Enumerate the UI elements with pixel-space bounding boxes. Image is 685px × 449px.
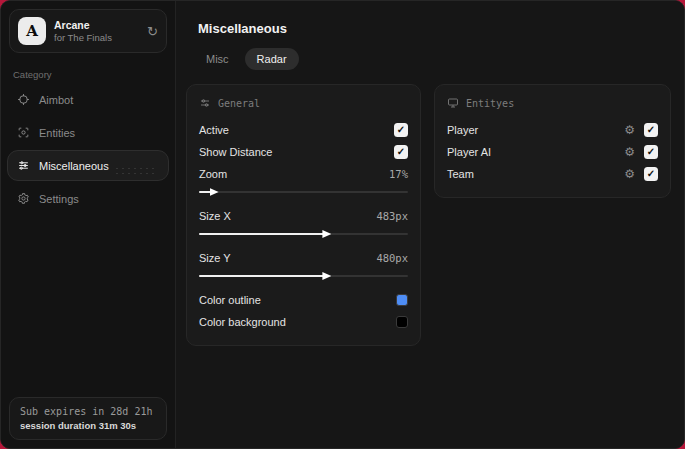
sub-expiry-text: Sub expires in 28d 21h xyxy=(20,406,156,417)
color-label: Color outline xyxy=(199,294,261,306)
slider-value: 483px xyxy=(376,210,408,222)
sidebar: A Arcane for The Finals ↻ Category Aimbo… xyxy=(1,1,176,448)
outline-color-swatch[interactable] xyxy=(396,294,408,306)
tab-radar[interactable]: Radar xyxy=(245,48,299,70)
background-color-swatch[interactable] xyxy=(396,316,408,328)
color-label: Color background xyxy=(199,316,286,328)
refresh-icon[interactable]: ↻ xyxy=(147,25,158,38)
brand-logo: A xyxy=(18,17,46,45)
session-duration-text: session duration 31m 30s xyxy=(20,420,156,431)
sidebar-item-label: Aimbot xyxy=(39,94,73,106)
gear-icon[interactable]: ⚙ xyxy=(624,146,635,158)
monitor-icon xyxy=(447,97,459,109)
sidebar-item-label: Miscellaneous xyxy=(39,160,109,172)
sidebar-item-settings[interactable]: Settings xyxy=(7,183,169,214)
entity-row-team: Team ⚙ xyxy=(447,163,658,185)
subscription-status: Sub expires in 28d 21h session duration … xyxy=(9,397,167,440)
toggle-row-active: Active xyxy=(199,119,408,141)
sliders-small-icon xyxy=(199,97,211,109)
entity-row-player: Player ⚙ xyxy=(447,119,658,141)
brand-subtitle: for The Finals xyxy=(54,32,139,44)
sliders-icon xyxy=(17,159,30,172)
panel-title: General xyxy=(218,98,260,109)
size-x-slider[interactable] xyxy=(199,229,408,239)
color-row-outline: Color outline xyxy=(199,289,408,311)
entity-label: Player AI xyxy=(447,146,624,158)
sidebar-item-miscellaneous[interactable]: Miscellaneous xyxy=(7,150,169,181)
sidebar-item-aimbot[interactable]: Aimbot xyxy=(7,84,169,115)
app-window: A Arcane for The Finals ↻ Category Aimbo… xyxy=(0,0,685,449)
toggle-label: Active xyxy=(199,124,229,136)
slider-thumb[interactable] xyxy=(210,188,219,196)
slider-thumb[interactable] xyxy=(322,272,331,280)
general-panel: General Active Show Distance Zoom 17% xyxy=(186,84,421,346)
main-content: Miscellaneous Misc Radar General Active … xyxy=(176,1,685,448)
sidebar-item-entities[interactable]: Entities xyxy=(7,117,169,148)
active-checkbox[interactable] xyxy=(394,123,408,137)
entities-icon xyxy=(17,126,30,139)
team-checkbox[interactable] xyxy=(644,167,658,181)
gear-icon xyxy=(17,192,30,205)
entity-row-player-ai: Player AI ⚙ xyxy=(447,141,658,163)
slider-thumb[interactable] xyxy=(322,230,331,238)
toggle-row-show-distance: Show Distance xyxy=(199,141,408,163)
color-row-background: Color background xyxy=(199,311,408,333)
entity-label: Player xyxy=(447,124,624,136)
sidebar-item-label: Entities xyxy=(39,127,75,139)
slider-row-size-y: Size Y 480px xyxy=(199,247,408,269)
tab-misc[interactable]: Misc xyxy=(194,48,241,70)
brand-title: Arcane xyxy=(54,19,139,32)
page-title: Miscellaneous xyxy=(198,21,671,36)
toggle-label: Show Distance xyxy=(199,146,272,158)
show-distance-checkbox[interactable] xyxy=(394,145,408,159)
sidebar-item-label: Settings xyxy=(39,193,79,205)
zoom-slider[interactable] xyxy=(199,187,408,197)
category-label: Category xyxy=(13,69,175,80)
player-ai-checkbox[interactable] xyxy=(644,145,658,159)
slider-row-zoom: Zoom 17% xyxy=(199,163,408,185)
gear-icon[interactable]: ⚙ xyxy=(624,168,635,180)
gear-icon[interactable]: ⚙ xyxy=(624,124,635,136)
panel-title: Entityes xyxy=(466,98,514,109)
player-checkbox[interactable] xyxy=(644,123,658,137)
size-y-slider[interactable] xyxy=(199,271,408,281)
sidebar-nav: Aimbot Entities Miscellaneous Settings xyxy=(1,84,175,214)
entity-label: Team xyxy=(447,168,624,180)
slider-value: 480px xyxy=(376,252,408,264)
slider-row-size-x: Size X 483px xyxy=(199,205,408,227)
brand-card: A Arcane for The Finals ↻ xyxy=(9,9,167,53)
tab-bar: Misc Radar xyxy=(194,48,671,70)
slider-value: 17% xyxy=(389,168,408,180)
slider-label: Size Y xyxy=(199,252,231,264)
slider-label: Size X xyxy=(199,210,231,222)
entities-panel: Entityes Player ⚙ Player AI ⚙ Team ⚙ xyxy=(434,84,671,198)
slider-label: Zoom xyxy=(199,168,227,180)
crosshair-icon xyxy=(17,93,30,106)
